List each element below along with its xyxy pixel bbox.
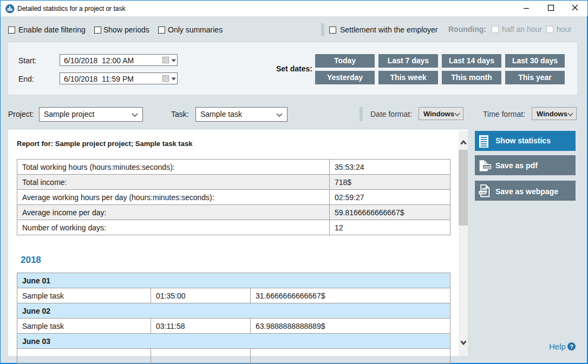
svg-text:PDF: PDF: [484, 166, 491, 169]
svg-text:HTML: HTML: [480, 191, 487, 194]
svg-text:?: ?: [570, 343, 573, 350]
